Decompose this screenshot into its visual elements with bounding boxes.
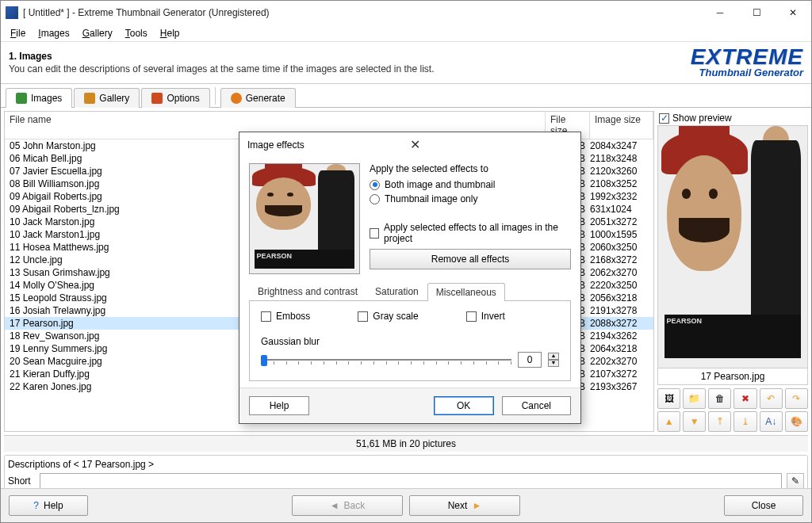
info-subtitle: You can edit the descriptions of several… <box>9 63 435 74</box>
preview-label: 17 Pearson.jpg <box>657 368 808 385</box>
images-icon <box>16 93 27 104</box>
short-label: Short <box>8 475 35 487</box>
window-title: [ Untitled* ] - Extreme Thumbnail Genera… <box>23 7 702 18</box>
tab-generate[interactable]: Generate <box>220 88 296 108</box>
dialog-ok-button[interactable]: OK <box>434 396 494 415</box>
menu-bar: File Images Gallery Tools Help <box>1 25 811 42</box>
gaussian-blur-label: Gaussian blur <box>261 336 559 347</box>
radio-both[interactable]: Both image and thumbnail <box>370 179 571 190</box>
preview-panel: ✓Show preview PEARSON 17 Pearson.jpg 🖼 📁… <box>657 111 808 432</box>
move-up-button[interactable]: ▲ <box>657 411 680 432</box>
help-button[interactable]: ?Help <box>9 495 88 516</box>
col-imagesize[interactable]: Image size <box>590 112 653 139</box>
invert-checkbox[interactable]: Invert <box>466 311 505 322</box>
move-top-button[interactable]: ⤒ <box>708 411 731 432</box>
gallery-icon <box>84 93 95 104</box>
close-app-button[interactable]: Close <box>724 495 803 516</box>
grayscale-checkbox[interactable]: Gray scale <box>358 311 418 322</box>
menu-gallery[interactable]: Gallery <box>76 26 119 40</box>
dialog-title: Image effects <box>247 139 405 151</box>
sort-button[interactable]: A↓ <box>760 411 783 432</box>
menu-help[interactable]: Help <box>154 26 186 40</box>
app-icon <box>6 6 18 19</box>
move-bottom-button[interactable]: ⤓ <box>733 411 756 432</box>
title-bar: [ Untitled* ] - Extreme Thumbnail Genera… <box>1 1 811 25</box>
radio-thumbnail-only[interactable]: Thumbnail image only <box>370 193 571 204</box>
tab-options[interactable]: Options <box>141 88 209 108</box>
maximize-button[interactable]: ☐ <box>738 1 775 25</box>
edit-short-button[interactable]: ✎ <box>787 473 804 489</box>
main-tabs: Images Gallery Options Generate <box>1 84 811 108</box>
generate-icon <box>231 93 242 104</box>
apply-to-label: Apply the selected effects to <box>370 163 571 174</box>
remove-all-button[interactable]: Remove all effects <box>370 249 571 269</box>
emboss-checkbox[interactable]: Emboss <box>261 311 310 322</box>
add-image-button[interactable]: 🖼 <box>657 388 680 409</box>
minimize-button[interactable]: ─ <box>702 1 738 25</box>
tab-brightness-contrast[interactable]: Brightness and contrast <box>249 282 366 300</box>
gaussian-blur-value[interactable] <box>518 352 542 368</box>
gaussian-blur-slider[interactable] <box>261 352 511 368</box>
tab-saturation[interactable]: Saturation <box>366 282 427 300</box>
info-title: 1. Images <box>9 51 435 62</box>
add-folder-button[interactable]: 📁 <box>683 388 706 409</box>
app-logo: EXTREME Thumbnail Generator <box>691 47 803 78</box>
dialog-close-button[interactable]: ✕ <box>405 137 573 152</box>
undo-button[interactable]: ↶ <box>760 388 783 409</box>
menu-tools[interactable]: Tools <box>119 26 154 40</box>
back-button[interactable]: ◄Back <box>292 495 403 516</box>
menu-file[interactable]: File <box>4 26 32 40</box>
remove-image-button[interactable]: 🗑 <box>708 388 731 409</box>
dialog-thumbnail: PEARSON <box>249 163 360 274</box>
redo-button[interactable]: ↷ <box>785 388 808 409</box>
close-button[interactable]: ✕ <box>775 1 811 25</box>
gaussian-blur-spinner[interactable]: ▲▼ <box>548 353 559 367</box>
apply-all-checkbox[interactable]: Apply selected effects to all images in … <box>370 222 571 244</box>
tab-gallery[interactable]: Gallery <box>74 88 140 108</box>
menu-images[interactable]: Images <box>32 26 75 40</box>
options-icon <box>151 93 163 104</box>
tab-images[interactable]: Images <box>6 88 72 108</box>
show-preview-checkbox[interactable]: ✓Show preview <box>657 111 808 125</box>
effects-tabs: Brightness and contrast Saturation Misce… <box>249 282 571 301</box>
move-down-button[interactable]: ▼ <box>683 411 706 432</box>
delete-button[interactable]: ✖ <box>733 388 756 409</box>
image-effects-dialog: Image effects ✕ PEARSON Apply the select… <box>239 132 581 424</box>
preview-toolbar: 🖼 📁 🗑 ✖ ↶ ↷ ▲ ▼ ⤒ ⤓ A↓ 🎨 <box>657 388 808 432</box>
description-header: Descriptions of < 17 Pearson.jpg > <box>8 459 804 470</box>
preview-image: PEARSON <box>657 125 808 368</box>
bottom-bar: ?Help ◄Back Next► Close <box>1 488 811 522</box>
status-bar: 51,61 MB in 20 pictures <box>4 435 808 452</box>
info-bar: 1. Images You can edit the descriptions … <box>1 42 811 84</box>
dialog-help-button[interactable]: Help <box>249 396 309 415</box>
misc-panel: Emboss Gray scale Invert Gaussian blur ▲… <box>249 301 571 381</box>
short-input[interactable] <box>40 473 782 489</box>
effects-button[interactable]: 🎨 <box>785 411 808 432</box>
next-button[interactable]: Next► <box>409 495 520 516</box>
dialog-cancel-button[interactable]: Cancel <box>502 396 571 415</box>
tab-miscellaneous[interactable]: Miscellaneous <box>427 283 505 301</box>
